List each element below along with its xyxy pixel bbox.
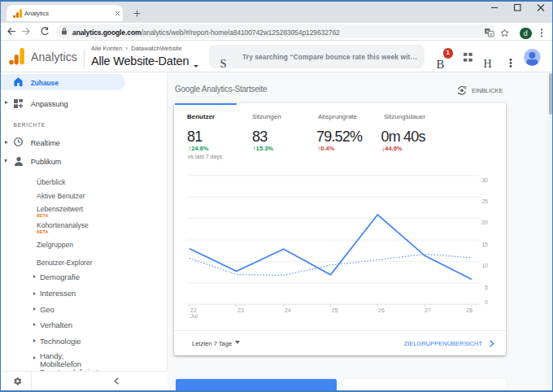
svg-text:5: 5 — [485, 285, 488, 290]
svg-text:28: 28 — [466, 307, 472, 313]
svg-text:15: 15 — [481, 242, 488, 247]
svg-text:30: 30 — [481, 177, 488, 183]
svg-text:26: 26 — [378, 307, 385, 313]
svg-text:27: 27 — [425, 307, 431, 313]
svg-text:23: 23 — [237, 307, 244, 313]
svg-text:20: 20 — [481, 220, 488, 225]
svg-text:25: 25 — [481, 198, 488, 204]
svg-text:0: 0 — [485, 299, 488, 305]
svg-text:24: 24 — [285, 307, 291, 313]
svg-text:10: 10 — [481, 263, 488, 268]
svg-text:25: 25 — [332, 307, 338, 313]
svg-text:Jul: Jul — [190, 313, 198, 319]
svg-text:22: 22 — [190, 307, 197, 313]
svg-text:b: b — [490, 32, 492, 37]
